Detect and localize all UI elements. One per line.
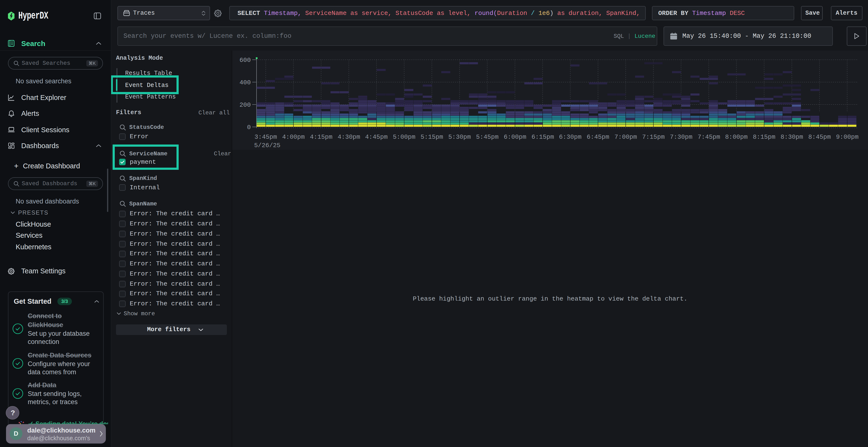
- svg-text:5:00pm: 5:00pm: [393, 133, 415, 141]
- svg-text:200: 200: [240, 101, 251, 109]
- svg-text:4:15pm: 4:15pm: [310, 133, 333, 141]
- svg-text:0: 0: [247, 124, 251, 131]
- svg-text:5/26/25: 5/26/25: [254, 142, 280, 149]
- svg-text:5:15pm: 5:15pm: [421, 133, 443, 141]
- svg-text:8:45pm: 8:45pm: [808, 133, 831, 141]
- svg-text:6:45pm: 6:45pm: [587, 133, 609, 141]
- svg-text:9:00pm: 9:00pm: [836, 133, 859, 141]
- svg-text:400: 400: [240, 79, 251, 86]
- svg-text:6:15pm: 6:15pm: [531, 133, 554, 141]
- svg-text:4:30pm: 4:30pm: [338, 133, 360, 141]
- svg-text:3:45pm: 3:45pm: [254, 133, 277, 141]
- svg-text:7:00pm: 7:00pm: [614, 133, 637, 141]
- svg-text:4:00pm: 4:00pm: [282, 133, 305, 141]
- svg-text:7:15pm: 7:15pm: [642, 133, 665, 141]
- svg-text:4:45pm: 4:45pm: [365, 133, 388, 141]
- svg-text:5:30pm: 5:30pm: [448, 133, 471, 141]
- svg-text:5:45pm: 5:45pm: [476, 133, 499, 141]
- svg-text:8:30pm: 8:30pm: [780, 133, 803, 141]
- svg-text:6:00pm: 6:00pm: [504, 133, 526, 141]
- svg-text:8:00pm: 8:00pm: [725, 133, 748, 141]
- svg-text:7:30pm: 7:30pm: [670, 133, 692, 141]
- svg-text:600: 600: [240, 57, 251, 64]
- svg-text:8:15pm: 8:15pm: [753, 133, 775, 141]
- svg-text:7:45pm: 7:45pm: [698, 133, 720, 141]
- svg-text:6:30pm: 6:30pm: [559, 133, 582, 141]
